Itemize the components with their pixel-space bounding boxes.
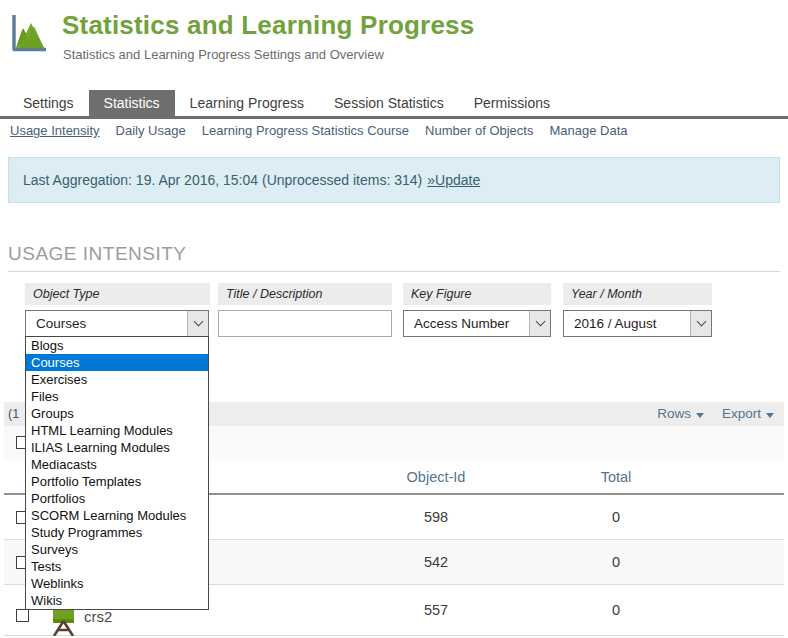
- dropdown-option[interactable]: Wikis: [26, 592, 208, 609]
- last-aggregation-text: Last Aggregation: 19. Apr 2016, 15:04 (U…: [23, 172, 422, 188]
- table-menus: Rows Export: [657, 402, 774, 426]
- subtab[interactable]: Learning Progress Statistics Course: [202, 123, 409, 138]
- year-month-value: 2016 / August: [564, 316, 690, 331]
- row-object-id: 557: [336, 585, 536, 635]
- dropdown-option[interactable]: Study Programmes: [26, 524, 208, 541]
- key-figure-value: Access Number: [404, 316, 529, 331]
- row-object-id: 542: [336, 540, 536, 584]
- section-heading: USAGE INTENSITY: [8, 243, 187, 265]
- dropdown-option[interactable]: HTML Learning Modules: [26, 422, 208, 439]
- dropdown-option[interactable]: Portfolios: [26, 490, 208, 507]
- sub-tabs: Usage Intensity Daily Usage Learning Pro…: [10, 123, 628, 138]
- rows-menu-button[interactable]: Rows: [657, 402, 704, 426]
- row-object-id: 598: [336, 495, 536, 539]
- object-type-dropdown-list: Blogs Courses Exercises Files Groups HTM…: [25, 336, 209, 610]
- title-description-label: Title / Description: [218, 283, 392, 305]
- column-header-total[interactable]: Total: [551, 461, 681, 493]
- filter-divider: [8, 271, 780, 272]
- subtab[interactable]: Daily Usage: [116, 123, 186, 138]
- dropdown-option[interactable]: SCORM Learning Modules: [26, 507, 208, 524]
- tab-label: Session Statistics: [334, 95, 444, 111]
- subtab[interactable]: Usage Intensity: [10, 123, 100, 138]
- subtab-label: Learning Progress Statistics Course: [202, 123, 409, 138]
- chevron-down-icon: [187, 311, 208, 336]
- update-link[interactable]: »Update: [427, 172, 480, 188]
- dropdown-option[interactable]: Courses: [26, 354, 208, 371]
- tab[interactable]: Learning Progress: [175, 90, 319, 116]
- chevron-down-icon: [529, 311, 550, 336]
- tab[interactable]: Session Statistics: [319, 90, 459, 116]
- tab-label: Learning Progress: [190, 95, 304, 111]
- caret-down-icon: [696, 413, 704, 418]
- object-type-label: Object Type: [25, 283, 210, 305]
- subtab-label: Manage Data: [549, 123, 627, 138]
- statistics-page: Statistics and Learning Progress Statist…: [0, 0, 788, 638]
- tab-label: Settings: [23, 95, 74, 111]
- year-month-label: Year / Month: [563, 283, 712, 305]
- dropdown-option[interactable]: Tests: [26, 558, 208, 575]
- tab[interactable]: Settings: [8, 90, 89, 116]
- key-figure-select[interactable]: Access Number: [403, 310, 551, 337]
- tab[interactable]: Permissions: [459, 90, 565, 116]
- dropdown-option[interactable]: ILIAS Learning Modules: [26, 439, 208, 456]
- subtab[interactable]: Number of Objects: [425, 123, 533, 138]
- subtab[interactable]: Manage Data: [549, 123, 627, 138]
- subtab-label: Daily Usage: [116, 123, 186, 138]
- dropdown-option[interactable]: Blogs: [26, 337, 208, 354]
- title-description-input[interactable]: [218, 310, 392, 337]
- tab-label: Statistics: [104, 95, 160, 111]
- dropdown-option[interactable]: Files: [26, 388, 208, 405]
- page-title: Statistics and Learning Progress: [62, 10, 474, 41]
- year-month-select[interactable]: 2016 / August: [563, 310, 712, 337]
- object-type-select[interactable]: Courses: [25, 310, 209, 337]
- tab-label: Permissions: [474, 95, 550, 111]
- column-header-object-id[interactable]: Object-Id: [336, 461, 536, 493]
- subtab-label: Number of Objects: [425, 123, 533, 138]
- caret-down-icon: [766, 413, 774, 418]
- key-figure-label: Key Figure: [403, 283, 551, 305]
- main-tabs: Settings Statistics Learning Progress Se…: [0, 90, 788, 119]
- export-menu-button[interactable]: Export: [722, 402, 774, 426]
- subtab-label: Usage Intensity: [10, 123, 100, 138]
- row-total: 0: [551, 495, 681, 539]
- pagination-text: (1: [8, 402, 19, 426]
- tab[interactable]: Statistics: [89, 90, 175, 116]
- dropdown-option[interactable]: Weblinks: [26, 575, 208, 592]
- dropdown-option[interactable]: Groups: [26, 405, 208, 422]
- dropdown-option[interactable]: Portfolio Templates: [26, 473, 208, 490]
- page-subtitle: Statistics and Learning Progress Setting…: [63, 47, 384, 62]
- dropdown-option[interactable]: Surveys: [26, 541, 208, 558]
- area-chart-icon: [10, 13, 48, 55]
- row-total: 0: [551, 585, 681, 635]
- last-aggregation-infobar: Last Aggregation: 19. Apr 2016, 15:04 (U…: [8, 157, 780, 203]
- row-total: 0: [551, 540, 681, 584]
- chevron-down-icon: [690, 311, 711, 336]
- object-type-value: Courses: [26, 316, 187, 331]
- row-checkbox[interactable]: [16, 609, 29, 622]
- dropdown-option[interactable]: Exercises: [26, 371, 208, 388]
- dropdown-option[interactable]: Mediacasts: [26, 456, 208, 473]
